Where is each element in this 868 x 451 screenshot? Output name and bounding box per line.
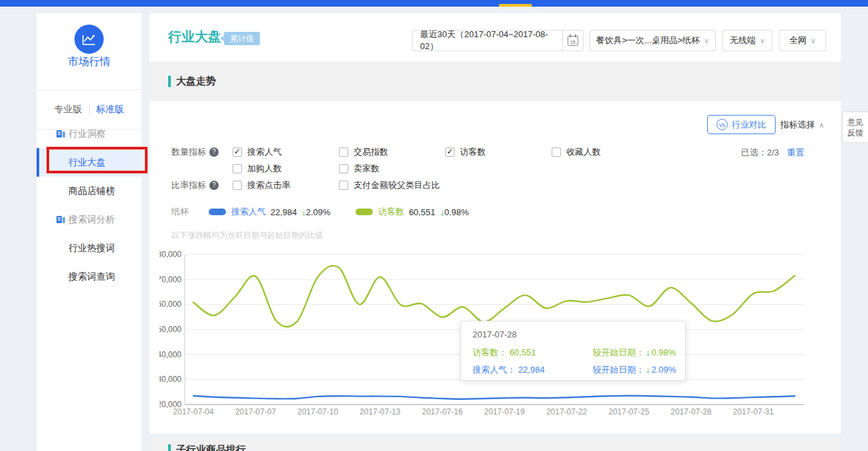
- sidebar-item-industry-hot-search[interactable]: 行业热搜词: [37, 234, 142, 262]
- page-title: 行业大盘: [168, 28, 221, 46]
- sidebar-item-industry-insight[interactable]: 行业洞察: [37, 120, 142, 148]
- x-tick-label: 2017-07-31: [733, 407, 774, 416]
- checkbox-search-popularity[interactable]: 搜索人气: [233, 146, 339, 158]
- checkbox-label: 支付金额较父类目占比: [354, 179, 440, 191]
- section-band: 大盘走势: [150, 62, 841, 101]
- section-accent-bar: [168, 444, 171, 451]
- legend-name: 搜索人气: [231, 206, 266, 218]
- legend-item-search-popularity[interactable]: 搜索人气 22,984 ↓ 2.09%: [209, 206, 330, 218]
- trend-chart-glyph: [81, 31, 97, 47]
- checkbox-seller-count[interactable]: 卖家数: [339, 163, 445, 175]
- market-trend-logo-icon: [74, 25, 104, 54]
- x-tick-label: 2017-07-19: [484, 407, 525, 416]
- top-nav-bar: [0, 0, 868, 7]
- tooltip-row-search: 搜索人气： 22,984 较开始日期：↓2.09%: [473, 364, 676, 376]
- tab-standard-version[interactable]: 标准版: [96, 104, 124, 116]
- tooltip-row-visitors: 访客数： 60,551 较开始日期：↓0.98%: [473, 347, 676, 359]
- selected-count: 已选：2/3: [741, 147, 779, 159]
- sidebar-item-search-word-query[interactable]: 搜索词查询: [37, 262, 142, 291]
- date-range-selector[interactable]: 最近30天（2017-07-04~2017-08-02） 15: [412, 30, 584, 51]
- checkbox-box[interactable]: [339, 164, 348, 173]
- chart-note: 以下涨跌幅均为当前日期与起始日期的比值: [171, 230, 323, 241]
- scope-value: 全网: [789, 35, 806, 46]
- sidebar-item-product-shop-rank[interactable]: 商品店铺榜: [37, 177, 142, 205]
- metric-row: 比率指标?搜索点击率支付金额较父类目占比: [171, 177, 658, 193]
- y-tick-label: 60,000: [160, 300, 181, 309]
- cumulative-badge: 累计值: [224, 32, 260, 45]
- legend-pill-blue: [209, 209, 226, 215]
- content-header: 行业大盘 累计值 最近30天（2017-07-04~2017-08-02） 15…: [150, 13, 841, 62]
- sidebar-item-label: 行业热搜词: [68, 242, 115, 253]
- down-arrow-icon: ↓: [646, 347, 651, 357]
- legend-item-visitors[interactable]: 访客数 60,551 ↓ 0.98%: [356, 206, 469, 218]
- vs-icon: vs: [716, 119, 728, 130]
- chart-legend: 纸杯 搜索人气 22,984 ↓ 2.09% 访客数 60,551 ↓ 0.98…: [171, 206, 494, 218]
- search-popularity-line: [193, 396, 795, 399]
- device-value: 无线端: [730, 35, 756, 46]
- legend-value: 60,551: [409, 207, 435, 217]
- section-accent-bar: [168, 76, 171, 87]
- industry-compare-label: 行业对比: [732, 119, 766, 131]
- checkbox-favorite-count[interactable]: 收藏人数: [552, 146, 658, 158]
- section-title: 大盘走势: [176, 75, 216, 88]
- checkbox-box[interactable]: [339, 181, 348, 190]
- legend-pill-green: [356, 209, 373, 215]
- x-tick-label: 2017-07-16: [422, 407, 463, 416]
- checkbox-transaction-index[interactable]: 交易指数: [339, 146, 445, 158]
- checkbox-box[interactable]: [552, 147, 561, 157]
- down-arrow-icon: ↓: [646, 365, 651, 375]
- x-tick-label: 2017-07-25: [609, 407, 650, 416]
- checkbox-label: 搜索点击率: [247, 179, 290, 191]
- legend-change: 0.98%: [444, 207, 469, 217]
- checkbox-box[interactable]: [445, 147, 455, 157]
- sidebar-nav: 行业洞察行业大盘商品店铺榜搜索词分析行业热搜词搜索词查询: [37, 120, 142, 291]
- sidebar-item-search-word-analysis[interactable]: 搜索词分析: [37, 205, 142, 234]
- tooltip-date: 2017-07-28: [473, 329, 517, 339]
- reset-link[interactable]: 重置: [787, 147, 804, 159]
- legend-name: 访客数: [378, 206, 404, 218]
- page: 市场行情 专业版 标准版 行业洞察行业大盘商品店铺榜搜索词分析行业热搜词搜索词查…: [0, 0, 868, 451]
- category-value: 餐饮具>一次...桌用品>纸杯: [596, 35, 700, 46]
- calendar-button[interactable]: 15: [562, 30, 583, 51]
- checkbox-box[interactable]: [339, 147, 348, 157]
- checkbox-label: 收藏人数: [566, 146, 601, 158]
- x-tick-label: 2017-07-28: [671, 407, 712, 416]
- checkbox-visitor-count[interactable]: 访客数: [445, 146, 552, 158]
- feedback-tab[interactable]: 意见反馈: [842, 112, 868, 143]
- sidebar-item-label: 行业洞察: [68, 128, 106, 139]
- x-tick-label: 2017-07-13: [360, 407, 401, 416]
- checkbox-label: 加购人数: [247, 163, 282, 175]
- category-dropdown[interactable]: 餐饮具>一次...桌用品>纸杯: [590, 30, 716, 51]
- metric-row: 加购人数卖家数: [171, 160, 658, 177]
- tab-pro-version[interactable]: 专业版: [54, 104, 82, 116]
- legend-change: 2.09%: [306, 207, 330, 217]
- legend-value: 22,984: [271, 207, 297, 217]
- metric-selector-toggle[interactable]: 指标选择 ∧: [780, 119, 824, 131]
- help-icon[interactable]: ?: [209, 181, 219, 190]
- date-range-text: 最近30天（2017-07-04~2017-08-02）: [413, 29, 562, 52]
- sidebar-item-label: 商品店铺榜: [68, 185, 115, 196]
- x-tick-label: 2017-07-10: [298, 407, 339, 416]
- sidebar-item-label: 搜索词查询: [68, 271, 115, 282]
- checkbox-payment-ratio-parent-category[interactable]: 支付金额较父类目占比: [339, 179, 445, 191]
- tab-divider: [89, 104, 90, 115]
- help-icon[interactable]: ?: [209, 147, 219, 157]
- checkbox-search-click-rate[interactable]: 搜索点击率: [233, 179, 339, 191]
- industry-compare-button[interactable]: vs 行业对比: [707, 115, 776, 134]
- checkbox-add-cart-count[interactable]: 加购人数: [233, 163, 339, 175]
- x-tick-label: 2017-07-04: [173, 407, 214, 416]
- checkbox-box[interactable]: [233, 181, 242, 190]
- checkbox-label: 卖家数: [354, 163, 380, 175]
- y-tick-label: 70,000: [160, 275, 181, 284]
- chevron-up-icon: ∧: [819, 121, 824, 130]
- checkbox-box[interactable]: [233, 164, 242, 173]
- y-tick-label: 30,000: [160, 375, 181, 384]
- device-dropdown[interactable]: 无线端: [722, 30, 772, 51]
- scope-dropdown[interactable]: 全网: [779, 30, 826, 51]
- sidebar-item-label: 搜索词分析: [68, 214, 115, 225]
- metric-selector-label: 指标选择: [780, 119, 815, 131]
- checkbox-label: 搜索人气: [247, 146, 282, 158]
- checkbox-box[interactable]: [233, 147, 242, 157]
- y-tick-label: 80,000: [160, 250, 181, 259]
- x-tick-label: 2017-07-07: [235, 407, 276, 416]
